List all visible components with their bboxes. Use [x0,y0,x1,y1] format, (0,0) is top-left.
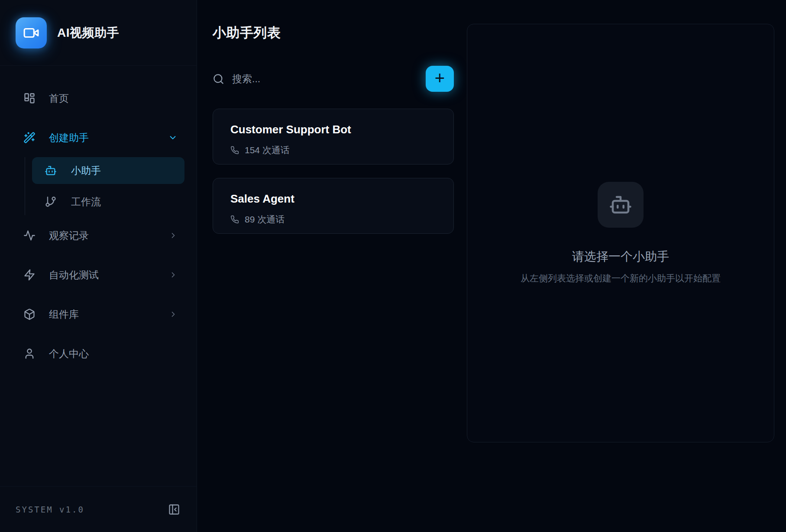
sidebar-item-observation-logs[interactable]: 观察记录 [14,223,184,248]
bot-icon [44,164,57,177]
sidebar-item-label: 首页 [49,92,69,105]
git-branch-icon [44,196,57,208]
assistant-meta: 154 次通话 [230,144,436,156]
assistant-call-count: 89 次通话 [245,213,285,226]
sidebar-item-home[interactable]: 首页 [14,86,184,111]
sidebar-item-profile[interactable]: 个人中心 [14,341,184,366]
sidebar-item-automation-tests[interactable]: 自动化测试 [14,262,184,287]
sidebar: AI视频助手 首页 创建助手 小助手 [0,0,197,532]
panel-left-close-icon[interactable] [168,503,180,516]
assistant-call-count: 154 次通话 [245,144,290,156]
main-content: 小助手列表 + Customer Support Bot 154 次通话 Sal… [197,0,786,532]
assistant-card-customer-support-bot[interactable]: Customer Support Bot 154 次通话 [213,109,454,164]
sidebar-nav: 首页 创建助手 小助手 工作流 [0,66,197,486]
assistant-name: Customer Support Bot [230,123,436,136]
sidebar-item-label: 工作流 [71,195,101,209]
chevron-right-icon [169,231,178,240]
bot-placeholder [598,182,644,228]
dashboard-icon [23,92,36,104]
sidebar-header: AI视频助手 [0,0,197,66]
sidebar-item-component-library[interactable]: 组件库 [14,302,184,327]
chevron-right-icon [169,310,178,319]
box-icon [23,308,36,320]
chevron-right-icon [169,271,178,279]
chevron-down-icon [168,133,178,142]
assistant-card-sales-agent[interactable]: Sales Agent 89 次通话 [213,178,454,234]
sidebar-item-label: 自动化测试 [49,268,99,282]
activity-icon [23,229,36,242]
create-assistant-submenu: 小助手 工作流 [25,157,184,215]
zap-icon [23,269,36,281]
sidebar-item-assistants[interactable]: 小助手 [32,157,184,184]
assistant-list-panel: 小助手列表 + Customer Support Bot 154 次通话 Sal… [213,24,454,532]
empty-state-subtitle: 从左侧列表选择或创建一个新的小助手以开始配置 [521,272,721,284]
wand-sparkles-icon [23,132,36,144]
sidebar-item-label: 观察记录 [49,229,89,242]
video-camera-icon [23,25,39,41]
user-icon [23,348,36,360]
assistant-name: Sales Agent [230,192,436,206]
sidebar-item-label: 组件库 [49,308,79,321]
sidebar-item-label: 创建助手 [49,131,89,145]
sidebar-item-workflow[interactable]: 工作流 [32,188,184,215]
sidebar-item-label: 小助手 [71,164,101,177]
add-assistant-button[interactable]: + [426,66,454,92]
sidebar-item-create-assistant[interactable]: 创建助手 [14,125,184,150]
page-title: 小助手列表 [213,24,454,42]
search-input[interactable] [232,73,418,85]
search-row: + [213,65,454,92]
app-version: SYSTEM v1.0 [16,505,84,514]
app-logo [16,17,47,48]
sidebar-item-label: 个人中心 [49,347,89,361]
assistant-detail-panel: 请选择一个小助手 从左侧列表选择或创建一个新的小助手以开始配置 [467,24,774,442]
phone-icon [230,215,239,224]
search-icon [213,73,224,85]
phone-icon [230,146,239,155]
empty-state-title: 请选择一个小助手 [572,248,669,265]
sidebar-footer: SYSTEM v1.0 [0,486,197,532]
app-title: AI视频助手 [57,25,119,41]
assistant-meta: 89 次通话 [230,213,436,226]
bot-icon [609,193,632,216]
